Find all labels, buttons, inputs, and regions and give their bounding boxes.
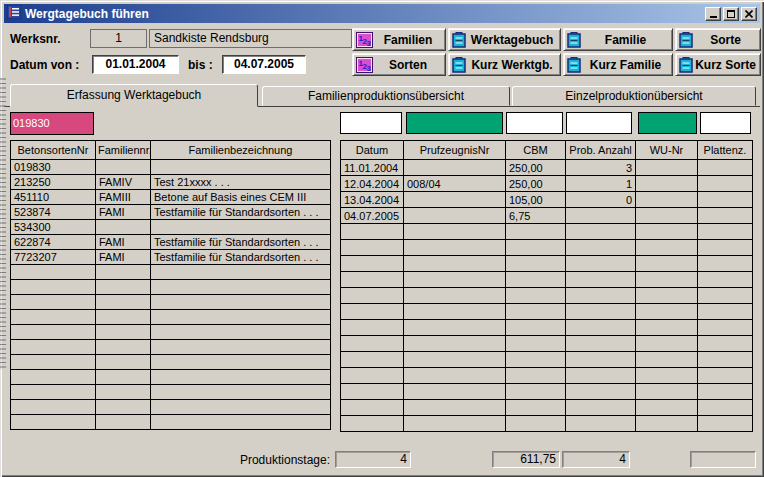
cell[interactable] (506, 304, 566, 320)
cell[interactable] (11, 340, 96, 355)
cell[interactable] (566, 416, 636, 432)
cell[interactable] (96, 415, 151, 430)
cell[interactable] (698, 288, 753, 304)
cell[interactable] (151, 355, 331, 370)
cell[interactable] (151, 295, 331, 310)
cell[interactable] (11, 295, 96, 310)
cell[interactable]: 0 (566, 192, 636, 208)
cell[interactable] (151, 310, 331, 325)
cell[interactable]: FAMIII (96, 190, 151, 205)
cell[interactable] (404, 272, 506, 288)
cell[interactable]: FAMIV (96, 175, 151, 190)
cell[interactable]: Test 21xxxx . . . (151, 175, 331, 190)
werksnr-field[interactable]: 1 (90, 29, 147, 48)
werk-name-field[interactable]: Sandkiste Rendsburg (149, 29, 352, 48)
cell[interactable] (151, 325, 331, 340)
cell[interactable] (11, 400, 96, 415)
cell[interactable] (506, 400, 566, 416)
cell[interactable]: Testfamilie für Standardsorten . . . (151, 235, 331, 250)
cell[interactable]: 451110 (11, 190, 96, 205)
cell[interactable]: 008/04 (404, 176, 506, 192)
table-row[interactable] (341, 336, 753, 352)
flag-box-white[interactable] (700, 112, 751, 134)
cell[interactable] (636, 256, 698, 272)
table-row[interactable]: 213250FAMIVTest 21xxxx . . . (11, 175, 331, 190)
cell[interactable] (698, 336, 753, 352)
table-row[interactable] (341, 288, 753, 304)
cell[interactable] (506, 368, 566, 384)
button-familien[interactable]: 123Familien (352, 28, 446, 51)
cell[interactable] (698, 224, 753, 240)
cell[interactable] (698, 368, 753, 384)
cell[interactable] (96, 265, 151, 280)
cell[interactable] (506, 416, 566, 432)
cell[interactable] (636, 160, 698, 176)
cell[interactable] (341, 256, 404, 272)
cell[interactable] (96, 280, 151, 295)
button-sorte[interactable]: Sorte (675, 28, 761, 51)
cell[interactable] (636, 320, 698, 336)
cell[interactable] (341, 400, 404, 416)
flag-box-white[interactable] (340, 112, 402, 134)
cell[interactable] (404, 256, 506, 272)
cell[interactable]: Testfamilie für Standardsorten . . . (151, 205, 331, 220)
cell[interactable] (341, 384, 404, 400)
cell[interactable] (566, 320, 636, 336)
cell[interactable] (404, 304, 506, 320)
cell[interactable] (96, 220, 151, 235)
cell[interactable] (506, 272, 566, 288)
cell[interactable] (698, 384, 753, 400)
cell[interactable]: 11.01.2004 (341, 160, 404, 176)
table-row[interactable] (11, 355, 331, 370)
table-row[interactable]: 13.04.2004105,000 (341, 192, 753, 208)
cell[interactable] (566, 256, 636, 272)
table-row[interactable] (341, 240, 753, 256)
cell[interactable] (566, 368, 636, 384)
cell[interactable]: 7723207 (11, 250, 96, 265)
tab-familienproduktionsübersicht[interactable]: Familienproduktionsübersicht (262, 86, 510, 106)
table-row[interactable]: 7723207FAMITestfamilie für Standardsorte… (11, 250, 331, 265)
cell[interactable] (698, 352, 753, 368)
cell[interactable] (698, 208, 753, 224)
cell[interactable] (404, 320, 506, 336)
button-kurz-familie[interactable]: Kurz Familie (563, 53, 673, 76)
minimize-button[interactable] (705, 7, 721, 21)
table-row[interactable] (341, 256, 753, 272)
cell[interactable]: 1 (566, 176, 636, 192)
cell[interactable] (151, 400, 331, 415)
table-row[interactable] (341, 384, 753, 400)
cell[interactable] (404, 208, 506, 224)
cell[interactable] (566, 384, 636, 400)
cell[interactable]: 250,00 (506, 176, 566, 192)
table-row[interactable] (341, 368, 753, 384)
flag-box-white[interactable] (506, 112, 563, 134)
cell[interactable] (404, 384, 506, 400)
cell[interactable] (698, 304, 753, 320)
table-row[interactable]: 451110FAMIIIBetone auf Basis eines CEM I… (11, 190, 331, 205)
table-row[interactable] (341, 352, 753, 368)
table-row[interactable]: 523874FAMITestfamilie für Standardsorten… (11, 205, 331, 220)
cell[interactable] (636, 224, 698, 240)
cell[interactable] (404, 368, 506, 384)
cell[interactable] (566, 304, 636, 320)
cell[interactable]: 019830 (11, 160, 96, 175)
cell[interactable] (404, 192, 506, 208)
tab-erfassung-werktagebuch[interactable]: Erfassung Werktagebuch (10, 84, 258, 107)
cell[interactable] (636, 208, 698, 224)
table-row[interactable] (11, 265, 331, 280)
cell[interactable]: 523874 (11, 205, 96, 220)
cell[interactable] (404, 240, 506, 256)
cell[interactable] (566, 224, 636, 240)
tab-einzelproduktionübersicht[interactable]: Einzelproduktionübersicht (512, 86, 756, 106)
table-row[interactable] (11, 415, 331, 430)
cell[interactable]: 13.04.2004 (341, 192, 404, 208)
cell[interactable] (341, 304, 404, 320)
cell[interactable]: 534300 (11, 220, 96, 235)
cell[interactable] (151, 160, 331, 175)
table-row[interactable] (11, 310, 331, 325)
cell[interactable] (636, 240, 698, 256)
cell[interactable] (566, 352, 636, 368)
cell[interactable] (698, 176, 753, 192)
cell[interactable] (698, 256, 753, 272)
cell[interactable] (11, 355, 96, 370)
